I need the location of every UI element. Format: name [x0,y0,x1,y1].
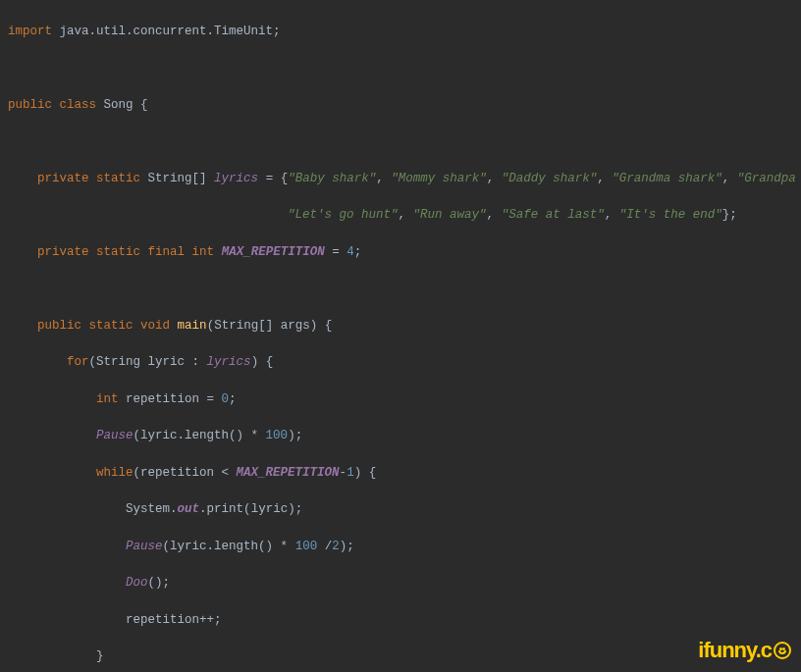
code-line: Pause(lyric.length() * 100 /2); [8,538,793,556]
watermark-logo: ifunny.c [698,634,791,666]
code-line: System.out.print(lyric); [8,500,793,519]
code-line: while(repetition < MAX_REPETITION-1) { [8,464,793,483]
code-line: for(String lyric : lyrics) { [8,353,793,372]
code-line: public static void main(String[] args) { [8,317,793,336]
code-line [8,280,793,298]
code-line: int repetition = 0; [8,390,793,409]
code-line: "Let's go hunt", "Run away", "Safe at la… [8,206,793,225]
code-line: private static final int MAX_REPETITION … [8,243,793,262]
code-line: Doo(); [8,574,793,593]
code-line: private static String[] lyrics = {"Baby … [8,170,793,188]
code-line: Pause(lyric.length() * 100); [8,427,793,445]
code-line [8,59,793,78]
code-line: public class Song { [8,96,793,115]
code-line: } [8,647,793,666]
code-editor[interactable]: import java.util.concurrent.TimeUnit; pu… [0,0,801,672]
code-line [8,132,793,151]
code-line: import java.util.concurrent.TimeUnit; [8,23,793,41]
code-line: repetition++; [8,611,793,630]
